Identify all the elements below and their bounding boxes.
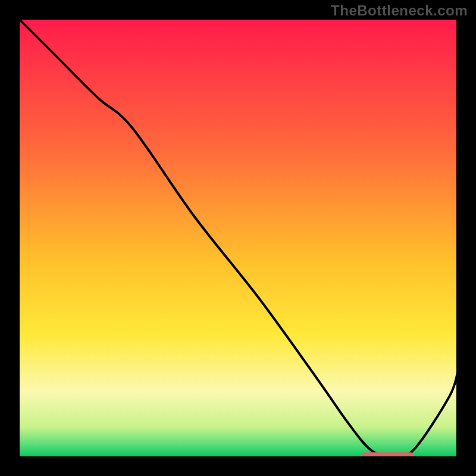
chart-frame: TheBottleneck.com <box>0 0 476 476</box>
watermark-text: TheBottleneck.com <box>331 2 468 19</box>
plot-area <box>18 18 458 458</box>
chart-svg <box>18 18 458 458</box>
